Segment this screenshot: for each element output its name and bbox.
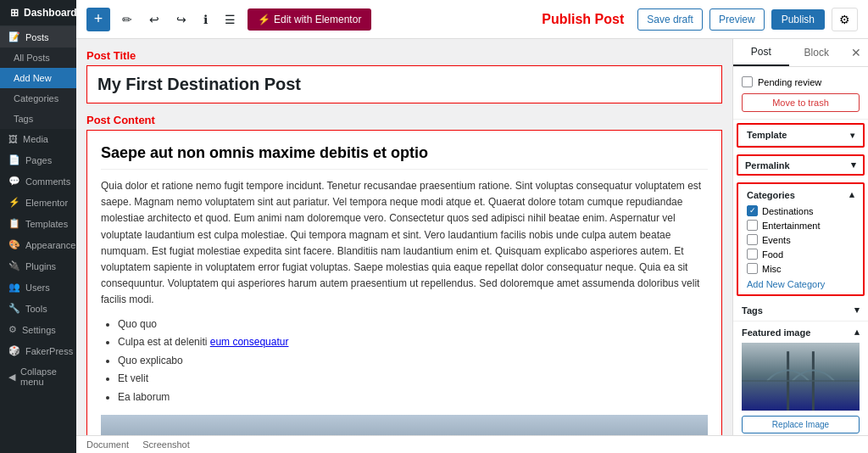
sidebar-item-posts[interactable]: 📝 Posts — [0, 26, 76, 48]
category-events: Events — [747, 232, 854, 247]
list-item: Et velit — [118, 370, 708, 389]
bottom-bar: Document Screenshot — [76, 435, 868, 453]
content-heading: Saepe aut non omnis maxime debitis et op… — [101, 144, 708, 170]
food-label: Food — [762, 249, 783, 260]
entertainment-checkbox[interactable] — [747, 220, 758, 231]
post-title-input[interactable] — [86, 65, 722, 103]
edit-pen-button[interactable]: ✏ — [117, 9, 137, 30]
list-item: Quo quo — [118, 316, 708, 334]
template-section: Template ▾ — [737, 123, 865, 148]
sidebar-item-templates[interactable]: 📋 Templates — [0, 213, 76, 234]
undo-button[interactable]: ↩ — [144, 9, 164, 30]
add-new-category-link[interactable]: Add New Category — [747, 279, 854, 289]
events-label: Events — [762, 235, 791, 245]
pages-label: Pages — [25, 155, 52, 165]
sidebar-item-media[interactable]: 🖼 Media — [0, 129, 76, 149]
permalink-section: Permalink ▾ — [737, 154, 865, 176]
sidebar-item-tools[interactable]: 🔧 Tools — [0, 298, 76, 319]
sidebar-item-users[interactable]: 👥 Users — [0, 277, 76, 298]
post-content-box[interactable]: Saepe aut non omnis maxime debitis et op… — [86, 130, 722, 435]
add-new-label: Add New — [14, 73, 52, 83]
sidebar-submenu-posts: All Posts Add New Categories Tags — [0, 48, 76, 129]
edit-with-elementor-button[interactable]: ⚡ Edit with Elementor — [248, 8, 371, 31]
categories-inner: Categories ▴ Destinations Entertainment … — [738, 184, 863, 294]
featured-image-svg — [742, 343, 860, 411]
sidebar-item-elementor[interactable]: ⚡ Elementor — [0, 192, 76, 213]
misc-label: Misc — [762, 264, 782, 274]
list-view-button[interactable]: ☰ — [220, 9, 241, 30]
food-checkbox[interactable] — [747, 249, 758, 260]
permalink-chevron-icon: ▾ — [851, 159, 856, 171]
featured-image-chevron-icon: ▴ — [854, 327, 860, 338]
featured-image-label: Featured image — [742, 327, 810, 338]
tools-label: Tools — [25, 304, 47, 314]
template-section-title[interactable]: Template ▾ — [738, 125, 863, 146]
categories-chevron-icon: ▴ — [849, 189, 854, 200]
post-title-annotation: Post Title — [86, 49, 722, 62]
template-label: Template — [747, 130, 787, 140]
fakerpress-icon: 🎲 — [8, 345, 20, 356]
info-button[interactable]: ℹ — [198, 9, 213, 30]
featured-image-section: Featured image ▴ — [733, 322, 868, 435]
sidebar-item-categories[interactable]: Categories — [0, 88, 76, 109]
media-label: Media — [23, 134, 48, 144]
appearance-icon: 🎨 — [8, 239, 20, 250]
misc-checkbox[interactable] — [747, 263, 758, 274]
post-content-annotation: Post Content — [86, 114, 722, 126]
redo-button[interactable]: ↪ — [171, 9, 192, 30]
users-label: Users — [25, 282, 50, 293]
tab-block[interactable]: Block — [789, 40, 845, 65]
panel-tab-bar: Post Block ✕ — [733, 39, 868, 67]
sidebar-item-add-new[interactable]: Add New — [0, 68, 76, 88]
category-destinations: Destinations — [747, 204, 854, 218]
destinations-label: Destinations — [762, 206, 814, 216]
toolbar-settings-button[interactable]: ⚙ — [832, 8, 858, 31]
sidebar-item-all-posts[interactable]: All Posts — [0, 48, 76, 68]
content-paragraph: Quia dolor et ratione nemo fugit tempore… — [101, 178, 708, 309]
tab-post[interactable]: Post — [733, 39, 789, 66]
replace-image-button[interactable]: Replace Image — [742, 416, 860, 433]
publish-button[interactable]: Publish — [771, 9, 825, 30]
templates-label: Templates — [25, 219, 68, 229]
list-link[interactable]: eum consequatur — [210, 336, 289, 348]
list-item: Quo explicabo — [118, 352, 708, 371]
sidebar-item-settings[interactable]: ⚙ Settings — [0, 319, 76, 340]
pending-review-checkbox[interactable] — [742, 76, 753, 87]
sidebar-item-appearance[interactable]: 🎨 Appearance — [0, 234, 76, 255]
comments-icon: 💬 — [8, 176, 20, 187]
events-checkbox[interactable] — [747, 234, 758, 245]
collapse-label: Collapse menu — [20, 366, 68, 387]
elementor-btn-label: Edit with Elementor — [274, 14, 361, 25]
sidebar-item-comments[interactable]: 💬 Comments — [0, 171, 76, 192]
templates-icon: 📋 — [8, 218, 20, 229]
sidebar-item-plugins[interactable]: 🔌 Plugins — [0, 255, 76, 277]
pending-review-row: Pending review — [742, 74, 860, 90]
sidebar-item-collapse[interactable]: ◀ Collapse menu — [0, 361, 76, 392]
elementor-icon: ⚡ — [8, 197, 20, 208]
entertainment-label: Entertainment — [762, 221, 820, 231]
template-chevron-icon: ▾ — [850, 131, 854, 140]
category-misc: Misc — [747, 261, 854, 276]
add-block-button[interactable]: + — [86, 8, 110, 31]
categories-title-label: Categories — [747, 190, 795, 200]
sidebar-item-pages[interactable]: 📄 Pages — [0, 149, 76, 171]
sidebar-item-label: Posts — [25, 32, 49, 42]
sidebar-logo[interactable]: ⊞ Dashboard — [0, 0, 76, 26]
featured-image-title: Featured image ▴ — [742, 327, 860, 338]
panel-close-button[interactable]: ✕ — [844, 41, 868, 64]
sidebar-item-fakerpress[interactable]: 🎲 FakerPress — [0, 340, 76, 361]
content-area: Post Title Post Content Saepe aut non om… — [76, 39, 868, 435]
list-item: Culpa est at deleniti eum consequatur — [118, 333, 708, 352]
permalink-label: Permalink — [745, 160, 790, 171]
content-list: Quo quo Culpa est at deleniti eum conseq… — [118, 316, 708, 407]
category-entertainment: Entertainment — [747, 218, 854, 232]
sidebar-item-tags[interactable]: Tags — [0, 109, 76, 129]
save-draft-button[interactable]: Save draft — [637, 8, 703, 31]
destinations-checkbox[interactable] — [747, 205, 758, 216]
categories-label: Categories — [14, 93, 58, 103]
move-to-trash-button[interactable]: Move to trash — [742, 93, 860, 112]
collapse-icon: ◀ — [8, 372, 15, 383]
post-category-section: Categories ▴ Destinations Entertainment … — [737, 182, 865, 296]
preview-button[interactable]: Preview — [709, 8, 765, 31]
settings-label: Settings — [22, 325, 56, 335]
